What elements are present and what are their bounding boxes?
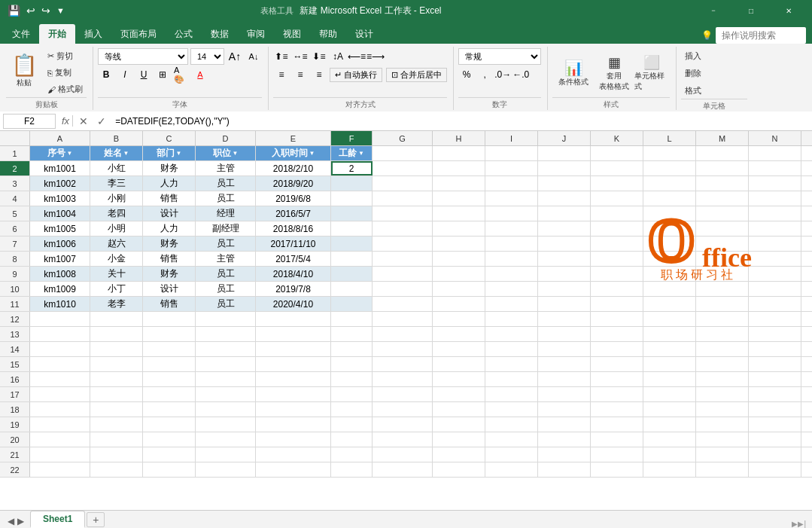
cell-k11[interactable] xyxy=(591,297,643,311)
align-bottom-button[interactable]: ⬇≡ xyxy=(311,48,327,65)
cell-f11[interactable] xyxy=(331,297,373,311)
cell-g4[interactable] xyxy=(373,191,433,206)
scroll-right-button[interactable]: ▶▶| xyxy=(792,520,806,528)
filter-icon[interactable]: ▼ xyxy=(55,5,66,17)
cell-b9[interactable]: 关十 xyxy=(90,267,143,281)
cell-a7[interactable]: km1006 xyxy=(30,237,90,251)
col-header-m[interactable]: M xyxy=(696,131,749,145)
cell-d10[interactable]: 员工 xyxy=(196,282,256,296)
cell-d8[interactable]: 主管 xyxy=(196,252,256,266)
cell-f7[interactable] xyxy=(331,237,373,251)
cell-a11[interactable]: km1010 xyxy=(30,297,90,311)
bold-button[interactable]: B xyxy=(98,66,114,83)
row-header-20[interactable]: 20 xyxy=(0,432,30,447)
cell-b1[interactable]: 姓名 xyxy=(90,146,143,160)
cell-a5[interactable]: km1004 xyxy=(30,206,90,221)
cell-l4[interactable] xyxy=(643,191,696,206)
cell-h10[interactable] xyxy=(433,282,485,296)
col-header-l[interactable]: L xyxy=(643,131,696,145)
cell-d5[interactable]: 经理 xyxy=(196,206,256,221)
cell-j2[interactable] xyxy=(538,161,591,175)
col-header-a[interactable]: A xyxy=(30,131,90,145)
row-header-15[interactable]: 15 xyxy=(0,357,30,371)
cell-h3[interactable] xyxy=(433,176,485,191)
row-header-5[interactable]: 5 xyxy=(0,206,30,221)
cell-n8[interactable] xyxy=(749,252,801,266)
cell-h9[interactable] xyxy=(433,267,485,281)
cell-d2[interactable]: 主管 xyxy=(196,161,256,175)
maximize-button[interactable]: □ xyxy=(734,0,768,21)
cell-f9[interactable] xyxy=(331,267,373,281)
cell-k4[interactable] xyxy=(591,191,643,206)
cell-j6[interactable] xyxy=(538,221,591,236)
cell-e7[interactable]: 2017/11/10 xyxy=(256,237,331,251)
cell-m5[interactable] xyxy=(696,206,749,221)
cell-e3[interactable]: 2018/9/20 xyxy=(256,176,331,191)
cell-l1[interactable] xyxy=(643,146,696,160)
delete-button[interactable]: 删除 xyxy=(681,66,726,81)
cell-m7[interactable] xyxy=(696,237,749,251)
cell-a9[interactable]: km1008 xyxy=(30,267,90,281)
cell-m9[interactable] xyxy=(696,267,749,281)
row-header-14[interactable]: 14 xyxy=(0,342,30,356)
auto-wrap-button[interactable]: ↵ 自动换行 xyxy=(330,68,382,82)
col-header-i[interactable]: I xyxy=(485,131,538,145)
font-size-select[interactable]: 14 xyxy=(190,48,224,65)
tab-home[interactable]: 开始 xyxy=(39,24,75,44)
cell-n9[interactable] xyxy=(749,267,801,281)
undo-icon[interactable]: ↩ xyxy=(25,3,37,18)
increase-font-button[interactable]: A↑ xyxy=(227,48,243,65)
cell-h4[interactable] xyxy=(433,191,485,206)
cell-j5[interactable] xyxy=(538,206,591,221)
cell-c12[interactable] xyxy=(143,312,196,326)
cell-g6[interactable] xyxy=(373,221,433,236)
cell-i7[interactable] xyxy=(485,237,538,251)
cell-n2[interactable] xyxy=(749,161,801,175)
cut-button[interactable]: ✂ 剪切 xyxy=(44,48,87,64)
cell-n7[interactable] xyxy=(749,237,801,251)
cell-j7[interactable] xyxy=(538,237,591,251)
align-right-button[interactable]: ≡ xyxy=(311,66,327,83)
cell-n5[interactable] xyxy=(749,206,801,221)
tab-design[interactable]: 设计 xyxy=(346,24,382,44)
col-header-j[interactable]: J xyxy=(538,131,591,145)
cell-d6[interactable]: 副经理 xyxy=(196,221,256,236)
cell-h8[interactable] xyxy=(433,252,485,266)
decrease-decimal-button[interactable]: ←.0 xyxy=(512,66,529,83)
cell-c5[interactable]: 设计 xyxy=(143,206,196,221)
cell-j1[interactable] xyxy=(538,146,591,160)
cell-styles-button[interactable]: ⬜ 单元格样式 xyxy=(634,52,670,93)
redo-icon[interactable]: ↪ xyxy=(40,3,52,18)
cell-m8[interactable] xyxy=(696,252,749,266)
cell-n4[interactable] xyxy=(749,191,801,206)
row-header-1[interactable]: 1 xyxy=(0,146,30,160)
cell-k3[interactable] xyxy=(591,176,643,191)
cell-m2[interactable] xyxy=(696,161,749,175)
cell-e6[interactable]: 2018/8/16 xyxy=(256,221,331,236)
cell-f12[interactable] xyxy=(331,312,373,326)
cell-l10[interactable] xyxy=(643,282,696,296)
cell-c9[interactable]: 财务 xyxy=(143,267,196,281)
cell-a3[interactable]: km1002 xyxy=(30,176,90,191)
cell-l9[interactable] xyxy=(643,267,696,281)
cell-d12[interactable] xyxy=(196,312,256,326)
align-top-button[interactable]: ⬆≡ xyxy=(273,48,290,65)
cell-e4[interactable]: 2019/6/8 xyxy=(256,191,331,206)
formula-controls[interactable]: ✕ ✓ xyxy=(76,115,109,127)
decrease-font-button[interactable]: A↓ xyxy=(245,48,262,65)
percent-button[interactable]: % xyxy=(458,66,475,83)
border-button[interactable]: ⊞ xyxy=(154,66,171,83)
cell-h2[interactable] xyxy=(433,161,485,175)
prev-sheet-button[interactable]: ◀ xyxy=(6,514,16,528)
cell-a6[interactable]: km1005 xyxy=(30,221,90,236)
col-header-c[interactable]: C xyxy=(143,131,196,145)
cell-k10[interactable] xyxy=(591,282,643,296)
cell-i1[interactable] xyxy=(485,146,538,160)
cell-k7[interactable] xyxy=(591,237,643,251)
cell-f2[interactable]: 2 xyxy=(331,161,373,175)
row-header-2[interactable]: 2 xyxy=(0,161,30,175)
cell-k2[interactable] xyxy=(591,161,643,175)
row-header-9[interactable]: 9 xyxy=(0,267,30,281)
font-name-select[interactable]: 等线 xyxy=(98,48,188,65)
row-header-13[interactable]: 13 xyxy=(0,327,30,341)
